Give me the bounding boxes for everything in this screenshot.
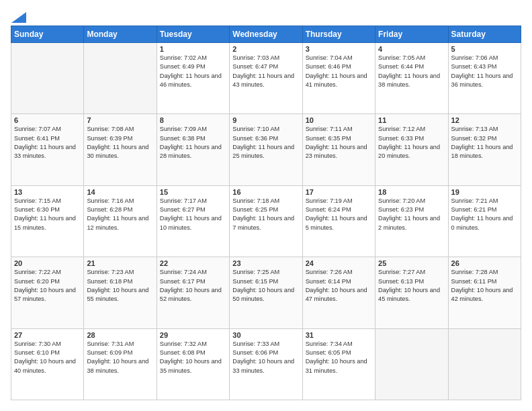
calendar-cell: 7Sunrise: 7:08 AMSunset: 6:39 PMDaylight… [84,114,157,185]
daylight-text: Daylight: 11 hours and 18 minutes. [451,143,518,161]
sunset-text: Sunset: 6:33 PM [378,134,445,143]
day-number: 12 [451,116,518,124]
calendar-week-row: 1Sunrise: 7:02 AMSunset: 6:49 PMDaylight… [11,43,521,114]
sunrise-text: Sunrise: 7:03 AM [232,54,299,62]
day-info: Sunrise: 7:06 AMSunset: 6:43 PMDaylight:… [451,54,518,89]
sunset-text: Sunset: 6:39 PM [87,134,153,143]
calendar-cell [375,328,448,400]
sunset-text: Sunset: 6:43 PM [451,62,518,71]
day-number: 15 [160,188,226,196]
day-info: Sunrise: 7:33 AMSunset: 6:06 PMDaylight:… [232,340,299,375]
calendar-cell: 28Sunrise: 7:31 AMSunset: 6:09 PMDayligh… [84,328,157,400]
day-number: 30 [232,331,299,339]
calendar-header-saturday: Saturday [448,26,521,43]
calendar-cell: 5Sunrise: 7:06 AMSunset: 6:43 PMDaylight… [448,43,521,114]
calendar-cell: 4Sunrise: 7:05 AMSunset: 6:44 PMDaylight… [375,43,448,114]
calendar-week-row: 20Sunrise: 7:22 AMSunset: 6:20 PMDayligh… [11,257,521,328]
sunset-text: Sunset: 6:21 PM [451,205,518,214]
sunset-text: Sunset: 6:14 PM [306,277,372,286]
day-number: 31 [306,331,372,339]
sunset-text: Sunset: 6:13 PM [378,277,445,286]
daylight-text: Daylight: 10 hours and 45 minutes. [378,286,445,304]
sunset-text: Sunset: 6:41 PM [14,134,81,143]
header [11,11,521,20]
calendar-cell: 24Sunrise: 7:26 AMSunset: 6:14 PMDayligh… [302,257,375,328]
day-info: Sunrise: 7:31 AMSunset: 6:09 PMDaylight:… [87,340,153,375]
calendar-cell: 8Sunrise: 7:09 AMSunset: 6:38 PMDaylight… [157,114,229,185]
day-number: 23 [232,259,299,267]
sunrise-text: Sunrise: 7:11 AM [306,125,372,134]
day-number: 29 [160,331,226,339]
sunrise-text: Sunrise: 7:24 AM [160,268,226,277]
calendar-cell: 30Sunrise: 7:33 AMSunset: 6:06 PMDayligh… [230,328,302,400]
calendar-header-tuesday: Tuesday [157,26,229,43]
day-number: 17 [306,188,372,196]
svg-marker-0 [11,12,26,23]
calendar-cell [11,43,84,114]
page: SundayMondayTuesdayWednesdayThursdayFrid… [0,0,532,411]
sunrise-text: Sunrise: 7:30 AM [14,340,81,349]
day-info: Sunrise: 7:21 AMSunset: 6:21 PMDaylight:… [451,197,518,232]
sunrise-text: Sunrise: 7:15 AM [14,197,81,205]
day-info: Sunrise: 7:17 AMSunset: 6:27 PMDaylight:… [160,197,226,232]
sunset-text: Sunset: 6:11 PM [451,277,518,286]
calendar-header-sunday: Sunday [11,26,84,43]
day-info: Sunrise: 7:13 AMSunset: 6:32 PMDaylight:… [451,125,518,161]
sunset-text: Sunset: 6:24 PM [306,205,372,214]
day-number: 27 [14,331,81,339]
logo-icon [11,12,26,23]
calendar-cell [84,43,157,114]
sunset-text: Sunset: 6:28 PM [87,205,153,214]
calendar-cell: 19Sunrise: 7:21 AMSunset: 6:21 PMDayligh… [448,185,521,257]
sunset-text: Sunset: 6:25 PM [232,205,299,214]
day-number: 16 [232,188,299,196]
calendar-cell: 1Sunrise: 7:02 AMSunset: 6:49 PMDaylight… [157,43,229,114]
daylight-text: Daylight: 10 hours and 52 minutes. [160,286,226,304]
calendar-cell: 2Sunrise: 7:03 AMSunset: 6:47 PMDaylight… [230,43,302,114]
calendar-cell: 16Sunrise: 7:18 AMSunset: 6:25 PMDayligh… [230,185,302,257]
daylight-text: Daylight: 11 hours and 23 minutes. [306,143,372,161]
daylight-text: Daylight: 11 hours and 30 minutes. [87,143,153,161]
day-number: 3 [306,45,372,53]
day-number: 10 [306,116,372,124]
day-number: 6 [14,116,81,124]
calendar-cell: 25Sunrise: 7:27 AMSunset: 6:13 PMDayligh… [375,257,448,328]
sunrise-text: Sunrise: 7:20 AM [378,197,445,205]
day-number: 14 [87,188,153,196]
calendar-cell: 23Sunrise: 7:25 AMSunset: 6:15 PMDayligh… [230,257,302,328]
daylight-text: Daylight: 11 hours and 43 minutes. [232,72,299,90]
calendar-header-thursday: Thursday [302,26,375,43]
sunset-text: Sunset: 6:46 PM [306,62,372,71]
calendar-cell: 22Sunrise: 7:24 AMSunset: 6:17 PMDayligh… [157,257,229,328]
day-info: Sunrise: 7:28 AMSunset: 6:11 PMDaylight:… [451,268,518,304]
day-number: 1 [160,45,226,53]
daylight-text: Daylight: 10 hours and 35 minutes. [160,357,226,375]
sunrise-text: Sunrise: 7:27 AM [378,268,445,277]
day-info: Sunrise: 7:16 AMSunset: 6:28 PMDaylight:… [87,197,153,232]
daylight-text: Daylight: 10 hours and 55 minutes. [87,286,153,304]
day-number: 21 [87,259,153,267]
sunset-text: Sunset: 6:35 PM [306,134,372,143]
day-info: Sunrise: 7:12 AMSunset: 6:33 PMDaylight:… [378,125,445,161]
daylight-text: Daylight: 11 hours and 2 minutes. [378,214,445,232]
sunset-text: Sunset: 6:30 PM [14,205,81,214]
sunrise-text: Sunrise: 7:25 AM [232,268,299,277]
sunset-text: Sunset: 6:27 PM [160,205,226,214]
day-info: Sunrise: 7:05 AMSunset: 6:44 PMDaylight:… [378,54,445,89]
calendar-header-monday: Monday [84,26,157,43]
daylight-text: Daylight: 11 hours and 12 minutes. [87,214,153,232]
sunset-text: Sunset: 6:32 PM [451,134,518,143]
sunset-text: Sunset: 6:36 PM [232,134,299,143]
calendar-week-row: 13Sunrise: 7:15 AMSunset: 6:30 PMDayligh… [11,185,521,257]
sunrise-text: Sunrise: 7:23 AM [87,268,153,277]
sunset-text: Sunset: 6:49 PM [160,62,226,71]
day-info: Sunrise: 7:30 AMSunset: 6:10 PMDaylight:… [14,340,81,375]
sunrise-text: Sunrise: 7:13 AM [451,125,518,134]
daylight-text: Daylight: 11 hours and 15 minutes. [14,214,81,232]
calendar-cell: 13Sunrise: 7:15 AMSunset: 6:30 PMDayligh… [11,185,84,257]
daylight-text: Daylight: 10 hours and 38 minutes. [87,357,153,375]
calendar-header-row: SundayMondayTuesdayWednesdayThursdayFrid… [11,26,521,43]
logo [11,11,26,20]
day-info: Sunrise: 7:02 AMSunset: 6:49 PMDaylight:… [160,54,226,89]
sunset-text: Sunset: 6:44 PM [378,62,445,71]
